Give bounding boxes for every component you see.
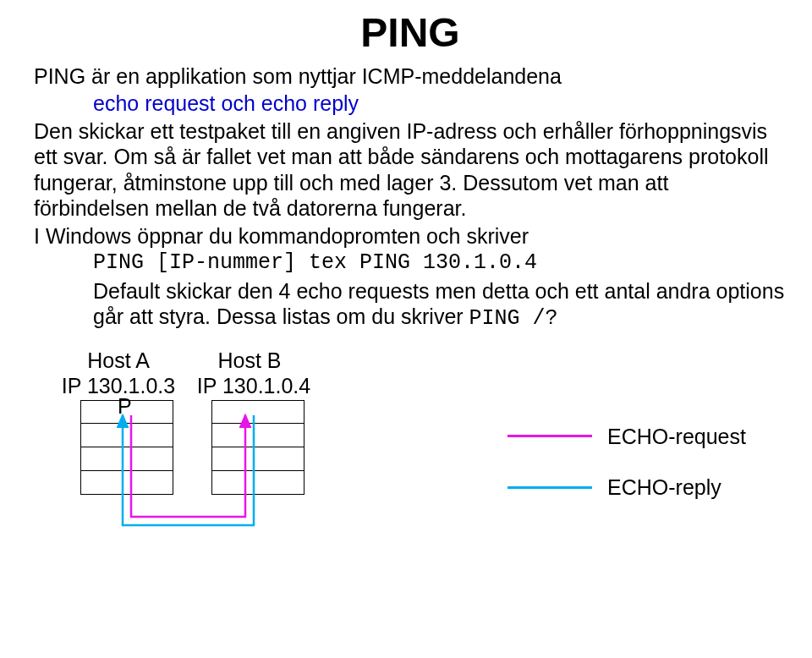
layer-cell <box>80 471 173 495</box>
text-line-3a: I Windows öppnar du kommandopromten och … <box>34 223 787 249</box>
ping-diagram: Host A IP 130.1.0.3 Host B IP 130.1.0.4 … <box>34 348 787 542</box>
layer-cell <box>211 471 304 495</box>
legend-label-reply: ECHO-reply <box>607 474 721 501</box>
slide-page: PING PING är en applikation som nyttjar … <box>0 0 812 658</box>
title: PING <box>34 8 787 58</box>
code-inline: PING /? <box>469 306 558 331</box>
layer-cell <box>80 447 173 471</box>
legend-row-reply: ECHO-reply <box>508 474 746 501</box>
host-b-label: Host B <box>199 348 300 374</box>
code-line: PING [IP-nummer] tex PING 130.1.0.4 <box>93 250 787 277</box>
text-line-3b: Default skickar den 4 echo requests men … <box>93 278 787 332</box>
text-line-3b-text: Default skickar den 4 echo requests men … <box>93 279 784 329</box>
text-line-1: PING är en applikation som nyttjar ICMP-… <box>34 63 787 90</box>
layer-cell <box>211 447 304 471</box>
host-a-label: Host A <box>68 348 169 374</box>
text-block-2: Den skickar ett testpaket till en angive… <box>34 118 787 222</box>
legend-line-request <box>508 435 592 437</box>
layer-cell <box>211 400 304 424</box>
layer-cell <box>211 424 304 447</box>
host-b-ip: IP 130.1.0.4 <box>195 373 313 399</box>
layer-cell <box>80 424 173 447</box>
legend-row-request: ECHO-request <box>508 424 746 450</box>
legend: ECHO-request ECHO-reply <box>508 424 746 526</box>
legend-line-reply <box>508 486 592 489</box>
legend-label-request: ECHO-request <box>607 424 746 450</box>
p-app-label: P <box>118 393 132 419</box>
stack-host-b <box>211 400 304 495</box>
text-line-1b: echo request och echo reply <box>93 90 787 117</box>
